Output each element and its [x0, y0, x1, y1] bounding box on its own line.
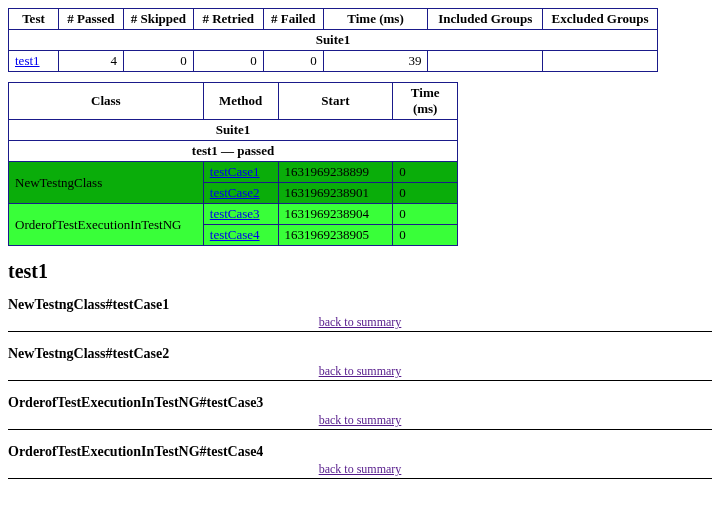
detail-status-label: test1 — passed — [9, 141, 458, 162]
case-title: NewTestngClass#testCase1 — [8, 297, 712, 313]
summary-excluded — [543, 51, 658, 72]
summary-included — [428, 51, 543, 72]
col-method: Method — [203, 83, 278, 120]
table-row: NewTestngClasstestCase116319692388990 — [9, 162, 458, 183]
cell-method: testCase4 — [203, 225, 278, 246]
cell-time: 0 — [393, 225, 458, 246]
cell-time: 0 — [393, 162, 458, 183]
summary-suite-label: Suite1 — [9, 30, 658, 51]
separator — [8, 380, 712, 381]
case-title: OrderofTestExecutionInTestNG#testCase3 — [8, 395, 712, 411]
detail-table: Class Method Start Time (ms) Suite1 test… — [8, 82, 458, 246]
col-time: Time (ms) — [323, 9, 428, 30]
separator — [8, 331, 712, 332]
separator — [8, 429, 712, 430]
col-failed: # Failed — [263, 9, 323, 30]
back-row: back to summary — [8, 364, 712, 379]
summary-header-row: Test # Passed # Skipped # Retried # Fail… — [9, 9, 658, 30]
method-link[interactable]: testCase3 — [210, 206, 260, 221]
case-title: NewTestngClass#testCase2 — [8, 346, 712, 362]
summary-skipped: 0 — [123, 51, 193, 72]
col-class: Class — [9, 83, 204, 120]
back-to-summary-link[interactable]: back to summary — [319, 364, 402, 378]
cell-time: 0 — [393, 183, 458, 204]
summary-retried: 0 — [193, 51, 263, 72]
detail-suite-label: Suite1 — [9, 120, 458, 141]
details-title: test1 — [8, 260, 712, 283]
method-link[interactable]: testCase1 — [210, 164, 260, 179]
cell-start: 1631969238904 — [278, 204, 393, 225]
detail-status-row: test1 — passed — [9, 141, 458, 162]
table-row: OrderofTestExecutionInTestNGtestCase3163… — [9, 204, 458, 225]
cell-class: OrderofTestExecutionInTestNG — [9, 204, 204, 246]
cell-start: 1631969238905 — [278, 225, 393, 246]
summary-failed: 0 — [263, 51, 323, 72]
back-row: back to summary — [8, 462, 712, 477]
col-included: Included Groups — [428, 9, 543, 30]
back-row: back to summary — [8, 315, 712, 330]
back-to-summary-link[interactable]: back to summary — [319, 413, 402, 427]
cell-time: 0 — [393, 204, 458, 225]
cell-start: 1631969238901 — [278, 183, 393, 204]
cell-method: testCase1 — [203, 162, 278, 183]
col-retried: # Retried — [193, 9, 263, 30]
separator — [8, 478, 712, 479]
cell-class: NewTestngClass — [9, 162, 204, 204]
col-test: Test — [9, 9, 59, 30]
back-to-summary-link[interactable]: back to summary — [319, 315, 402, 329]
col-skipped: # Skipped — [123, 9, 193, 30]
case-title: OrderofTestExecutionInTestNG#testCase4 — [8, 444, 712, 460]
cell-start: 1631969238899 — [278, 162, 393, 183]
summary-suite-row: Suite1 — [9, 30, 658, 51]
col-excluded: Excluded Groups — [543, 9, 658, 30]
detail-suite-row: Suite1 — [9, 120, 458, 141]
summary-test-link[interactable]: test1 — [15, 53, 40, 68]
method-link[interactable]: testCase2 — [210, 185, 260, 200]
cell-method: testCase2 — [203, 183, 278, 204]
method-link[interactable]: testCase4 — [210, 227, 260, 242]
col-passed: # Passed — [58, 9, 123, 30]
col-dtime: Time (ms) — [393, 83, 458, 120]
back-row: back to summary — [8, 413, 712, 428]
back-to-summary-link[interactable]: back to summary — [319, 462, 402, 476]
cell-method: testCase3 — [203, 204, 278, 225]
summary-data-row: test1 4 0 0 0 39 — [9, 51, 658, 72]
detail-header-row: Class Method Start Time (ms) — [9, 83, 458, 120]
summary-passed: 4 — [58, 51, 123, 72]
col-start: Start — [278, 83, 393, 120]
summary-time: 39 — [323, 51, 428, 72]
summary-table: Test # Passed # Skipped # Retried # Fail… — [8, 8, 658, 72]
